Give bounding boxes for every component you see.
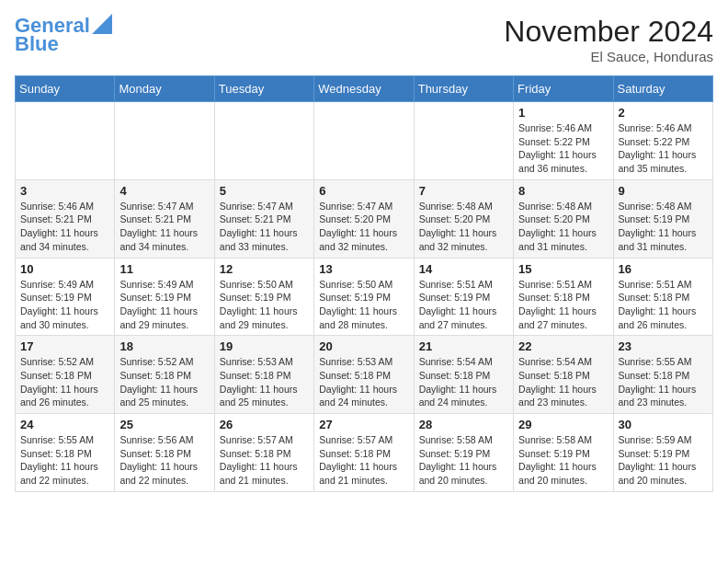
day-number: 11: [119, 262, 209, 276]
calendar-day-cell: 3Sunrise: 5:46 AMSunset: 5:21 PMDaylight…: [16, 179, 115, 258]
day-number: 16: [619, 262, 708, 276]
day-number: 20: [319, 339, 408, 353]
day-info: Sunrise: 5:47 AMSunset: 5:20 PMDaylight:…: [319, 200, 408, 254]
calendar-day-cell: 18Sunrise: 5:52 AMSunset: 5:18 PMDayligh…: [115, 336, 214, 414]
calendar-day-cell: 26Sunrise: 5:57 AMSunset: 5:18 PMDayligh…: [214, 414, 313, 492]
calendar-day-cell: 16Sunrise: 5:51 AMSunset: 5:18 PMDayligh…: [613, 258, 712, 336]
day-number: 14: [419, 262, 508, 276]
calendar-week-row: 17Sunrise: 5:52 AMSunset: 5:18 PMDayligh…: [16, 336, 713, 414]
day-number: 25: [119, 418, 209, 431]
day-number: 29: [518, 418, 608, 431]
day-number: 24: [20, 418, 109, 431]
logo: General Blue: [15, 15, 112, 55]
day-number: 22: [518, 339, 608, 353]
calendar-day-cell: 4Sunrise: 5:47 AMSunset: 5:21 PMDaylight…: [115, 179, 214, 258]
calendar-day-cell: 10Sunrise: 5:49 AMSunset: 5:19 PMDayligh…: [16, 258, 115, 336]
day-of-week-header: Thursday: [414, 76, 513, 102]
day-number: 26: [220, 418, 309, 431]
day-info: Sunrise: 5:53 AMSunset: 5:18 PMDaylight:…: [319, 355, 408, 409]
day-of-week-header: Tuesday: [214, 76, 313, 102]
day-info: Sunrise: 5:52 AMSunset: 5:18 PMDaylight:…: [20, 355, 109, 409]
calendar-day-cell: 25Sunrise: 5:56 AMSunset: 5:18 PMDayligh…: [115, 414, 214, 492]
day-info: Sunrise: 5:58 AMSunset: 5:19 PMDaylight:…: [419, 433, 508, 488]
title-block: November 2024 El Sauce, Honduras: [504, 15, 713, 64]
day-info: Sunrise: 5:48 AMSunset: 5:20 PMDaylight:…: [518, 200, 608, 254]
day-number: 27: [319, 418, 408, 431]
day-info: Sunrise: 5:54 AMSunset: 5:18 PMDaylight:…: [518, 355, 608, 409]
day-of-week-header: Wednesday: [314, 76, 414, 102]
location-text: El Sauce, Honduras: [504, 49, 713, 64]
day-info: Sunrise: 5:51 AMSunset: 5:18 PMDaylight:…: [518, 278, 608, 332]
day-info: Sunrise: 5:48 AMSunset: 5:20 PMDaylight:…: [419, 200, 508, 254]
calendar-day-cell: 8Sunrise: 5:48 AMSunset: 5:20 PMDaylight…: [514, 179, 613, 258]
day-info: Sunrise: 5:59 AMSunset: 5:19 PMDaylight:…: [619, 433, 708, 488]
calendar-day-cell: 22Sunrise: 5:54 AMSunset: 5:18 PMDayligh…: [514, 336, 613, 414]
calendar-day-cell: 14Sunrise: 5:51 AMSunset: 5:19 PMDayligh…: [414, 258, 513, 336]
day-info: Sunrise: 5:46 AMSunset: 5:22 PMDaylight:…: [619, 121, 708, 176]
day-number: 23: [619, 339, 708, 353]
day-number: 8: [518, 184, 608, 198]
day-info: Sunrise: 5:46 AMSunset: 5:22 PMDaylight:…: [518, 121, 608, 176]
day-number: 30: [619, 418, 708, 431]
day-number: 4: [119, 184, 209, 198]
month-title: November 2024: [504, 15, 713, 49]
day-number: 1: [518, 106, 608, 120]
day-info: Sunrise: 5:52 AMSunset: 5:18 PMDaylight:…: [119, 355, 209, 409]
calendar-day-cell: [414, 102, 513, 180]
day-info: Sunrise: 5:57 AMSunset: 5:18 PMDaylight:…: [319, 433, 408, 488]
calendar-day-cell: 17Sunrise: 5:52 AMSunset: 5:18 PMDayligh…: [16, 336, 115, 414]
day-info: Sunrise: 5:57 AMSunset: 5:18 PMDaylight:…: [220, 433, 309, 488]
day-number: 7: [419, 184, 508, 198]
day-of-week-header: Saturday: [613, 76, 712, 102]
day-info: Sunrise: 5:53 AMSunset: 5:18 PMDaylight:…: [220, 355, 309, 409]
day-of-week-header: Monday: [115, 76, 214, 102]
day-info: Sunrise: 5:55 AMSunset: 5:18 PMDaylight:…: [619, 355, 708, 409]
calendar-week-row: 1Sunrise: 5:46 AMSunset: 5:22 PMDaylight…: [16, 102, 713, 180]
calendar-day-cell: 1Sunrise: 5:46 AMSunset: 5:22 PMDaylight…: [514, 102, 613, 180]
calendar-day-cell: 9Sunrise: 5:48 AMSunset: 5:19 PMDaylight…: [613, 179, 712, 258]
calendar-day-cell: [314, 102, 414, 180]
day-number: 28: [419, 418, 508, 431]
calendar-day-cell: 2Sunrise: 5:46 AMSunset: 5:22 PMDaylight…: [613, 102, 712, 180]
calendar-day-cell: 15Sunrise: 5:51 AMSunset: 5:18 PMDayligh…: [514, 258, 613, 336]
day-info: Sunrise: 5:48 AMSunset: 5:19 PMDaylight:…: [619, 200, 708, 254]
calendar-week-row: 3Sunrise: 5:46 AMSunset: 5:21 PMDaylight…: [16, 179, 713, 258]
day-info: Sunrise: 5:47 AMSunset: 5:21 PMDaylight:…: [119, 200, 209, 254]
day-info: Sunrise: 5:46 AMSunset: 5:21 PMDaylight:…: [20, 200, 109, 254]
calendar-day-cell: 27Sunrise: 5:57 AMSunset: 5:18 PMDayligh…: [314, 414, 414, 492]
calendar-week-row: 24Sunrise: 5:55 AMSunset: 5:18 PMDayligh…: [16, 414, 713, 492]
day-info: Sunrise: 5:54 AMSunset: 5:18 PMDaylight:…: [419, 355, 508, 409]
day-number: 3: [20, 184, 109, 198]
page-header: General Blue November 2024 El Sauce, Hon…: [15, 15, 713, 64]
day-info: Sunrise: 5:58 AMSunset: 5:19 PMDaylight:…: [518, 433, 608, 488]
day-number: 18: [119, 339, 209, 353]
calendar-day-cell: 29Sunrise: 5:58 AMSunset: 5:19 PMDayligh…: [514, 414, 613, 492]
calendar-day-cell: 28Sunrise: 5:58 AMSunset: 5:19 PMDayligh…: [414, 414, 513, 492]
logo-blue-text: Blue: [15, 33, 59, 55]
day-number: 10: [20, 262, 109, 276]
day-info: Sunrise: 5:51 AMSunset: 5:19 PMDaylight:…: [419, 278, 508, 332]
day-of-week-header: Sunday: [16, 76, 115, 102]
calendar-day-cell: 23Sunrise: 5:55 AMSunset: 5:18 PMDayligh…: [613, 336, 712, 414]
calendar-table: SundayMondayTuesdayWednesdayThursdayFrid…: [15, 75, 713, 492]
day-info: Sunrise: 5:50 AMSunset: 5:19 PMDaylight:…: [220, 278, 309, 332]
svg-marker-0: [92, 14, 112, 34]
calendar-header-row: SundayMondayTuesdayWednesdayThursdayFrid…: [16, 76, 713, 102]
calendar-day-cell: 6Sunrise: 5:47 AMSunset: 5:20 PMDaylight…: [314, 179, 414, 258]
day-info: Sunrise: 5:55 AMSunset: 5:18 PMDaylight:…: [20, 433, 109, 488]
day-number: 12: [220, 262, 309, 276]
day-info: Sunrise: 5:49 AMSunset: 5:19 PMDaylight:…: [20, 278, 109, 332]
day-number: 2: [619, 106, 708, 120]
day-of-week-header: Friday: [514, 76, 613, 102]
calendar-day-cell: 20Sunrise: 5:53 AMSunset: 5:18 PMDayligh…: [314, 336, 414, 414]
day-info: Sunrise: 5:51 AMSunset: 5:18 PMDaylight:…: [619, 278, 708, 332]
day-number: 17: [20, 339, 109, 353]
day-number: 5: [220, 184, 309, 198]
day-info: Sunrise: 5:47 AMSunset: 5:21 PMDaylight:…: [220, 200, 309, 254]
day-number: 6: [319, 184, 408, 198]
calendar-day-cell: 30Sunrise: 5:59 AMSunset: 5:19 PMDayligh…: [613, 414, 712, 492]
calendar-day-cell: [115, 102, 214, 180]
day-number: 15: [518, 262, 608, 276]
day-number: 19: [220, 339, 309, 353]
calendar-day-cell: 11Sunrise: 5:49 AMSunset: 5:19 PMDayligh…: [115, 258, 214, 336]
